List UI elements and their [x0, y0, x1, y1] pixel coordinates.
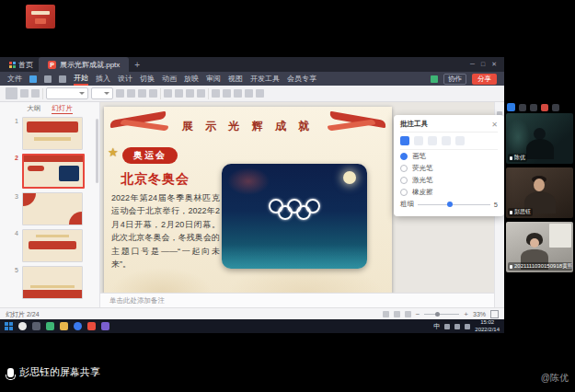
slide-badge[interactable]: 奥运会 — [122, 147, 178, 164]
theme-icon[interactable] — [256, 89, 264, 98]
align-center-icon[interactable] — [175, 89, 183, 98]
font-color-icon[interactable] — [149, 89, 157, 98]
shape-tool-icon[interactable] — [428, 136, 437, 145]
slide-layout-icon[interactable] — [245, 89, 253, 98]
undo-icon[interactable] — [44, 75, 52, 83]
save-icon[interactable] — [29, 75, 37, 83]
format-painter-icon[interactable] — [31, 89, 40, 98]
insert-textbox-icon[interactable] — [212, 89, 220, 98]
wps-tab-bar: 首页 P 展示光辉成就.pptx + ─ □ ✕ — [0, 57, 504, 72]
wps-ribbon — [0, 86, 504, 102]
sorter-view-icon[interactable] — [394, 311, 400, 317]
normal-view-icon[interactable] — [383, 311, 389, 317]
slide-thumbnail-3[interactable]: 3 — [11, 192, 94, 225]
tab-home[interactable]: 首页 — [4, 57, 39, 72]
browser-icon[interactable] — [74, 322, 82, 330]
current-slide[interactable]: 展 示 光 辉 成 就 ★ 奥运会 北京冬奥会 2022年第24届冬季奥林匹克运… — [104, 107, 392, 294]
file-explorer-icon[interactable] — [60, 322, 68, 330]
menu-devtools[interactable]: 开发工具 — [250, 74, 280, 84]
network-icon[interactable] — [454, 324, 460, 329]
taskbar-clock[interactable]: 15:02 2022/2/14 — [475, 319, 500, 332]
paste-icon[interactable] — [6, 87, 17, 99]
share-button[interactable]: 分享 — [472, 74, 497, 85]
menu-view[interactable]: 视图 — [228, 74, 243, 84]
panel-tab-slides[interactable]: 幻灯片 — [52, 104, 73, 114]
panel-tab-outline[interactable]: 大纲 — [27, 104, 40, 113]
participants-sidebar: 陈优 彭思钰 2021111030150918黄熙 — [504, 0, 575, 392]
annotation-option-eraser[interactable]: 橡皮擦 — [400, 186, 498, 198]
menu-file[interactable]: 文件 — [7, 74, 22, 84]
bullet-list-icon[interactable] — [197, 89, 205, 98]
zoom-out-button[interactable]: − — [416, 311, 420, 317]
menu-design[interactable]: 设计 — [118, 74, 132, 84]
floating-doc-thumbnail[interactable] — [26, 5, 55, 29]
insert-picture-icon[interactable] — [223, 89, 231, 98]
menu-insert[interactable]: 插入 — [96, 74, 110, 84]
maximize-button[interactable]: □ — [481, 61, 485, 68]
olympics-stadium-photo[interactable] — [222, 164, 367, 269]
menu-start[interactable]: 开始 — [74, 73, 88, 86]
search-icon[interactable] — [18, 322, 27, 330]
sync-icon[interactable] — [431, 75, 438, 83]
annotation-option-pen[interactable]: 画笔 — [400, 150, 498, 162]
ime-indicator[interactable]: 中 — [433, 322, 440, 331]
text-tool-icon[interactable] — [442, 136, 451, 145]
slide-body-text[interactable]: 2022年第24届冬季奥林匹克运动会于北京举行，2022年2月4日开幕，2月20… — [111, 191, 220, 271]
fit-screen-icon[interactable] — [490, 310, 499, 318]
menu-animation[interactable]: 动画 — [162, 74, 177, 84]
close-button[interactable]: ✕ — [491, 61, 497, 68]
underline-icon[interactable] — [138, 89, 146, 98]
italic-icon[interactable] — [127, 89, 135, 98]
tray-arrow-icon[interactable] — [444, 324, 450, 329]
eraser-tool-icon[interactable] — [455, 136, 465, 145]
slide-thumbnail-5[interactable]: 5 — [11, 266, 94, 299]
menu-slideshow[interactable]: 放映 — [184, 74, 199, 84]
slide-thumbnail-4[interactable]: 4 — [11, 229, 94, 262]
participant-video-3[interactable]: 2021111030150918黄熙 — [506, 222, 573, 272]
menu-transition[interactable]: 切换 — [140, 74, 155, 84]
more-icon[interactable] — [552, 104, 559, 111]
participant-video-2[interactable]: 彭思钰 — [506, 167, 573, 218]
meeting-app-logo-icon[interactable] — [507, 103, 515, 111]
slide-title[interactable]: 北京冬奥会 — [121, 171, 190, 188]
bold-icon[interactable] — [116, 89, 124, 98]
zoom-slider[interactable] — [424, 314, 459, 315]
align-right-icon[interactable] — [186, 89, 194, 98]
layout-icon[interactable] — [519, 104, 526, 111]
wechat-icon[interactable] — [46, 322, 54, 330]
stroke-width-slider[interactable]: 粗细 5 — [400, 198, 498, 211]
tab-document[interactable]: P 展示光辉成就.pptx — [39, 57, 129, 72]
menu-review[interactable]: 审阅 — [206, 74, 221, 84]
zoom-in-button[interactable]: + — [464, 311, 468, 317]
volume-icon[interactable] — [465, 324, 470, 329]
insert-shape-icon[interactable] — [234, 89, 242, 98]
thumbnail-scrollbar[interactable] — [96, 119, 98, 183]
slide-thumbnail-1[interactable]: 1 — [11, 117, 94, 150]
minimize-button[interactable]: ─ — [470, 61, 475, 68]
participant-video-1[interactable]: 陈优 — [506, 113, 573, 164]
cooperate-button[interactable]: 协作 — [443, 74, 466, 85]
font-family-select[interactable] — [46, 87, 88, 99]
font-size-select[interactable] — [91, 87, 113, 99]
slide-thumbnail-2[interactable]: 2 — [11, 154, 94, 189]
ppt-file-icon: P — [48, 61, 56, 69]
align-left-icon[interactable] — [164, 89, 172, 98]
record-icon[interactable] — [541, 104, 548, 111]
play-view-icon[interactable] — [405, 311, 411, 317]
wps-app-icon[interactable] — [87, 322, 96, 330]
menu-member[interactable]: 会员专享 — [287, 74, 316, 84]
task-view-icon[interactable] — [32, 322, 40, 330]
camera-icon[interactable] — [530, 104, 537, 111]
annotation-option-laser[interactable]: 激光笔 — [400, 174, 498, 186]
start-button[interactable] — [5, 322, 13, 330]
close-icon[interactable]: ✕ — [491, 121, 498, 129]
meeting-app-icon[interactable] — [101, 322, 109, 330]
highlighter-tool-icon[interactable] — [414, 136, 423, 145]
pen-tool-icon[interactable] — [400, 136, 409, 145]
mic-icon — [510, 211, 512, 214]
cut-icon[interactable] — [20, 89, 29, 98]
notes-bar[interactable]: 单击此处添加备注 — [100, 293, 494, 307]
new-tab-button[interactable]: + — [134, 60, 140, 70]
annotation-option-highlighter[interactable]: 荧光笔 — [400, 162, 498, 174]
redo-icon[interactable] — [59, 75, 66, 83]
